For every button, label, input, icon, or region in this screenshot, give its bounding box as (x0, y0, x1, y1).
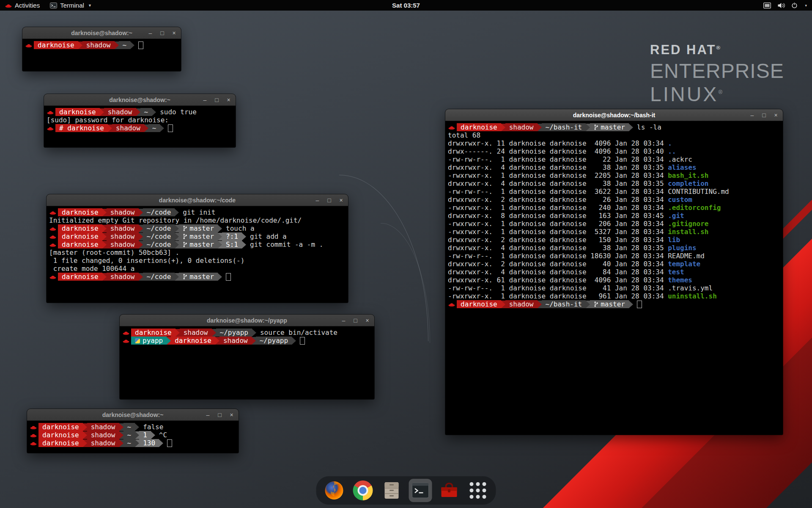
window-titlebar[interactable]: darknoise@shadow:~ – □ × (22, 27, 181, 39)
window-titlebar[interactable]: darknoise@shadow:~ – □ × (27, 409, 239, 421)
ls-filename: .git (668, 212, 684, 220)
prompt-segment-venv: pyapp (131, 337, 167, 345)
branch-icon (594, 301, 601, 307)
redhat-prompt-icon (49, 210, 56, 215)
terminal-line: -rw-rw-r--. 1 darknoise darknoise 41 Jan… (448, 284, 780, 292)
close-button[interactable]: × (225, 97, 232, 103)
command-text: sudo true (160, 108, 197, 116)
terminal-content[interactable]: darknoiseshadow~/bash-itmasterls -latota… (445, 121, 783, 435)
terminal-window[interactable]: darknoise@shadow:~/code – □ × darknoises… (47, 194, 348, 303)
terminal-line: drwxrwxr-x. 2 darknoise darknoise 26 Jan… (448, 196, 780, 204)
terminal-window[interactable]: darknoise@shadow:~/bash-it – □ × darknoi… (445, 109, 783, 435)
close-button[interactable]: × (773, 112, 779, 118)
ls-filename: bash_it.sh (668, 171, 708, 179)
ls-columns: drwxrwxr-x. 4 darknoise darknoise 84 Jan… (448, 268, 668, 276)
ls-columns: drwxrwxr-x. 4 darknoise darknoise 38 Jan… (448, 163, 668, 171)
close-button[interactable]: × (364, 318, 370, 323)
window-titlebar[interactable]: darknoise@shadow:~/code – □ × (47, 194, 348, 206)
close-button[interactable]: × (228, 412, 235, 418)
system-status-area[interactable]: ▾ (758, 0, 812, 11)
terminal-window[interactable]: darknoise@shadow:~ – □ × darknoiseshadow… (44, 94, 236, 147)
minimize-button[interactable]: – (314, 197, 321, 203)
prompt-line: darknoiseshadow~/codemaster?:1git add a (49, 232, 346, 240)
prompt-line: darknoiseshadow~/codemaster (49, 273, 346, 281)
powerline-separator (538, 124, 542, 131)
prompt-segment-path: ~/code (143, 224, 175, 232)
maximize-button[interactable]: □ (214, 97, 220, 103)
window-titlebar[interactable]: darknoise@shadow:~/bash-it – □ × (445, 109, 783, 121)
command-text: source bin/activate (260, 329, 337, 337)
prompt-segment-path: ~/pyapp (216, 329, 252, 337)
dock-item-files[interactable] (381, 480, 403, 501)
prompt-line: darknoiseshadow~/bash-itmasterls -la (448, 123, 780, 131)
terminal-window[interactable]: darknoise@shadow:~ – □ × darknoiseshadow… (27, 409, 239, 453)
redhat-prompt-icon (30, 433, 37, 438)
prompt-segment-user: # darknoise (55, 124, 108, 132)
window-titlebar[interactable]: darknoise@shadow:~ – □ × (44, 94, 236, 106)
close-button[interactable]: × (171, 30, 177, 36)
powerline-separator (175, 273, 179, 281)
dock-item-chrome[interactable] (352, 480, 374, 501)
minimize-button[interactable]: – (749, 112, 755, 118)
powerline-separator (218, 273, 222, 281)
maximize-button[interactable]: □ (217, 412, 223, 418)
ls-filename: uninstall.sh (668, 292, 717, 300)
prompt-segment-host: shadow (219, 337, 252, 345)
terminal-content[interactable]: darknoiseshadow~ (22, 39, 181, 71)
terminal-line: drwxrwxr-x. 8 darknoise darknoise 163 Ja… (448, 212, 780, 220)
prompt-line: darknoiseshadow~/codemasterS:1git commit… (49, 240, 346, 248)
terminal-content[interactable]: darknoiseshadow~falsedarknoiseshadow~1^C… (27, 421, 239, 453)
dock-item-toolbox[interactable] (439, 480, 460, 501)
minimize-button[interactable]: – (205, 412, 211, 418)
prompt-segment-git: master (179, 273, 218, 281)
terminal-line: -rwxrwxr-x. 1 darknoise darknoise 206 Ja… (448, 220, 780, 228)
terminal-content[interactable]: darknoiseshadow~sudo true[sudo] password… (44, 106, 236, 147)
ls-filename: plugins (668, 244, 696, 252)
ls-columns: drwxrwxr-x. 11 darknoise darknoise 4096 … (448, 139, 668, 147)
ls-filename: template (668, 260, 700, 268)
powerline-separator (102, 241, 107, 248)
prompt-segment-path: ~/code (143, 240, 175, 248)
maximize-button[interactable]: □ (761, 112, 767, 118)
terminal-cursor (226, 273, 231, 281)
dock-item-show-applications[interactable] (467, 480, 489, 501)
prompt-segment-stat: ?:1 (222, 232, 242, 240)
window-titlebar[interactable]: darknoise@shadow:~/pyapp – □ × (120, 315, 374, 326)
ls-filename: CONTRIBUTING.md (668, 188, 729, 196)
clock[interactable]: Sat 03:57 (388, 0, 424, 11)
prompt-line: darknoiseshadow~sudo true (47, 108, 233, 116)
window-title: darknoise@shadow:~ (109, 97, 170, 103)
dock-item-terminal[interactable] (410, 480, 431, 501)
minimize-button[interactable]: – (202, 97, 208, 103)
ls-filename: .gitignore (668, 220, 708, 228)
powerline-separator (538, 301, 542, 308)
maximize-button[interactable]: □ (326, 197, 332, 203)
branding-enterprise: ENTERPRISE (650, 59, 784, 83)
powerline-separator (175, 241, 179, 248)
terminal-window[interactable]: darknoise@shadow:~/pyapp – □ × darknoise… (120, 315, 374, 399)
screen-icon (763, 3, 771, 8)
maximize-button[interactable]: □ (159, 30, 165, 36)
close-button[interactable]: × (338, 197, 344, 203)
prompt-segment-host: shadow (180, 329, 212, 337)
toolbox-icon (439, 480, 459, 500)
branding-linux: LINUX® (650, 83, 784, 106)
prompt-line: darknoiseshadow~/codegit init (49, 208, 346, 216)
minimize-button[interactable]: – (340, 318, 347, 323)
activities-button[interactable]: Activities (0, 0, 45, 11)
app-menu-terminal[interactable]: Terminal ▼ (45, 0, 97, 11)
terminal-content[interactable]: darknoiseshadow~/codegit initInitialized… (47, 206, 348, 303)
terminal-window[interactable]: darknoise@shadow:~ – □ × darknoiseshadow… (22, 27, 181, 71)
maximize-button[interactable]: □ (352, 318, 359, 323)
minimize-button[interactable]: – (147, 30, 154, 36)
terminal-cursor (168, 124, 173, 132)
command-text: ^C (159, 431, 167, 439)
branch-icon (183, 273, 189, 280)
powerline-separator (115, 41, 119, 49)
prompt-line: darknoiseshadow~/codemastertouch a (49, 224, 346, 232)
terminal-content[interactable]: darknoiseshadow~/pyappsource bin/activat… (120, 326, 374, 399)
command-text: touch a (226, 224, 254, 232)
ls-columns: drwxrwxr-x. 2 darknoise darknoise 40 Jan… (448, 260, 668, 268)
dock-item-firefox[interactable] (324, 480, 345, 501)
command-text: git commit -a -m . (250, 240, 323, 248)
